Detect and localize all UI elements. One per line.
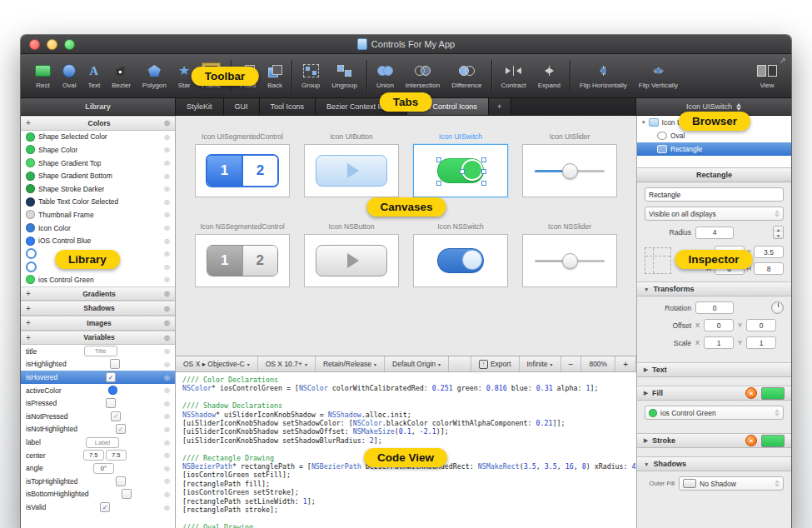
color-item[interactable]: Shape Gradient Top bbox=[21, 157, 175, 170]
canvas-tile[interactable] bbox=[304, 144, 399, 197]
path-handle[interactable] bbox=[481, 157, 486, 162]
shadow-dropdown[interactable]: No Shadow bbox=[679, 476, 784, 491]
shape-name-field[interactable]: Rectangle bbox=[645, 187, 784, 202]
os-version-menu[interactable]: OS X 10.7+ bbox=[258, 356, 316, 371]
add-icon[interactable]: + bbox=[26, 289, 34, 298]
tool-view[interactable]: View bbox=[751, 54, 783, 97]
variable-item[interactable]: titleTitle bbox=[21, 345, 175, 358]
target-icon[interactable] bbox=[164, 361, 170, 368]
tool-rect[interactable]: Rect bbox=[29, 54, 57, 97]
target-icon[interactable] bbox=[164, 426, 170, 433]
rotation-field[interactable]: 0 bbox=[695, 301, 734, 314]
add-tab-button[interactable]: + bbox=[489, 98, 511, 115]
canvas-tile[interactable] bbox=[522, 234, 617, 287]
variable-checkbox[interactable] bbox=[116, 476, 126, 486]
add-icon[interactable]: + bbox=[26, 304, 34, 313]
frame-height-field[interactable]: 8 bbox=[754, 262, 784, 275]
target-icon[interactable] bbox=[164, 319, 170, 326]
variable-item[interactable]: isBottomHighlighted bbox=[21, 488, 175, 501]
variable-item[interactable]: angle0° bbox=[21, 461, 175, 475]
target-icon[interactable] bbox=[164, 159, 170, 167]
visibility-dropdown[interactable]: Visible on all displays bbox=[645, 207, 784, 221]
variable-checkbox[interactable] bbox=[122, 489, 132, 499]
variable-value-field[interactable]: 7.5 bbox=[106, 450, 127, 461]
color-item[interactable]: Shape Color bbox=[21, 143, 175, 157]
canvas-tile[interactable]: 12 bbox=[195, 234, 290, 287]
variable-item[interactable]: labelLabel bbox=[21, 436, 175, 449]
tool-union[interactable]: Union bbox=[371, 54, 400, 97]
tool-contract[interactable]: Contract bbox=[496, 54, 532, 97]
target-icon[interactable] bbox=[164, 504, 170, 511]
zoom-window-button[interactable] bbox=[64, 39, 75, 50]
variable-value-field[interactable]: 0° bbox=[93, 463, 114, 474]
memory-management-menu[interactable]: Retain/Release bbox=[316, 356, 385, 371]
tab-gui[interactable]: GUI bbox=[224, 98, 260, 115]
gradients-section-header[interactable]: +Gradients bbox=[21, 286, 175, 301]
variable-item[interactable]: center7.57.5 bbox=[21, 449, 175, 462]
target-icon[interactable] bbox=[164, 439, 170, 446]
tool-flip-vertically[interactable]: Flip Vertically bbox=[633, 54, 684, 97]
tool-text[interactable]: Text bbox=[82, 54, 106, 97]
colors-section-header[interactable]: +Colors bbox=[21, 116, 175, 131]
target-icon[interactable] bbox=[164, 290, 170, 297]
zoom-out-button[interactable] bbox=[561, 356, 582, 371]
radius-stepper[interactable]: ▲▼ bbox=[773, 226, 784, 239]
tool-group[interactable]: Group bbox=[296, 54, 326, 97]
target-icon[interactable] bbox=[164, 347, 170, 355]
target-icon[interactable] bbox=[164, 412, 170, 420]
text-section-header[interactable]: Text bbox=[637, 362, 791, 377]
color-item[interactable]: Table Text Color Selected bbox=[21, 196, 175, 209]
target-icon[interactable] bbox=[164, 263, 170, 271]
offset-x-field[interactable]: 0 bbox=[704, 319, 734, 331]
add-icon[interactable]: + bbox=[26, 333, 34, 342]
target-icon[interactable] bbox=[164, 198, 170, 206]
target-icon[interactable] bbox=[164, 237, 170, 245]
shadows-section-header[interactable]: +Shadows bbox=[21, 301, 175, 316]
rotation-knob[interactable] bbox=[771, 301, 784, 314]
fill-color-dropdown[interactable]: ios Control Green bbox=[645, 406, 784, 420]
stroke-section-header[interactable]: Stroke bbox=[637, 433, 791, 448]
target-icon[interactable] bbox=[164, 465, 170, 472]
canvas-size-menu[interactable]: Infinite bbox=[520, 356, 561, 371]
target-icon[interactable] bbox=[164, 477, 170, 485]
target-icon[interactable] bbox=[164, 185, 170, 192]
canvas-tile[interactable] bbox=[522, 144, 617, 197]
zoom-in-button[interactable] bbox=[615, 356, 636, 371]
target-icon[interactable] bbox=[164, 119, 170, 127]
add-icon[interactable]: + bbox=[26, 318, 34, 327]
export-button[interactable]: Export bbox=[471, 356, 520, 371]
target-icon[interactable] bbox=[164, 491, 170, 498]
canvas-ns-segmented-control[interactable]: Icon NSSegmentedControl 12 bbox=[196, 222, 289, 287]
tab-stylekit[interactable]: StyleKit bbox=[176, 98, 224, 115]
minimize-window-button[interactable] bbox=[47, 39, 57, 50]
tool-difference[interactable]: Difference bbox=[446, 54, 487, 97]
tool-ungroup[interactable]: Ungroup bbox=[326, 54, 363, 97]
variable-value-field[interactable]: 7.5 bbox=[83, 450, 104, 461]
stroke-color-swatch[interactable] bbox=[761, 435, 785, 447]
path-handle[interactable] bbox=[481, 169, 486, 174]
browser-item-rectangle-selected[interactable]: Rectangle bbox=[637, 142, 791, 156]
tool-flip-horizontally[interactable]: Flip Horizontally bbox=[574, 54, 633, 97]
variables-section-header[interactable]: +Variables bbox=[21, 331, 175, 346]
target-icon[interactable] bbox=[164, 146, 170, 153]
variable-item[interactable]: isTopHighlighted bbox=[21, 475, 175, 488]
canvas-tile[interactable] bbox=[413, 144, 508, 197]
transforms-section-header[interactable]: Transforms bbox=[637, 281, 791, 296]
browser-item-oval[interactable]: Oval bbox=[637, 129, 791, 142]
tool-intersection[interactable]: Intersection bbox=[400, 54, 446, 97]
tab-tool-icons[interactable]: Tool Icons bbox=[260, 98, 316, 115]
origin-menu[interactable]: Default Origin bbox=[385, 356, 449, 371]
color-item[interactable]: Thumbnail Frame bbox=[21, 208, 175, 222]
tool-polygon[interactable]: Polygon bbox=[137, 54, 172, 97]
path-handle[interactable] bbox=[436, 181, 441, 186]
target-icon[interactable] bbox=[164, 386, 170, 394]
color-item[interactable]: ios Control Green bbox=[21, 273, 175, 286]
scale-x-field[interactable]: 1 bbox=[704, 336, 734, 349]
canvas-ui-switch-selected[interactable]: Icon UISwitch bbox=[414, 132, 507, 197]
variable-item-selected[interactable]: isHovered bbox=[21, 371, 175, 384]
target-icon[interactable] bbox=[164, 211, 170, 218]
variable-value-field[interactable]: Label bbox=[86, 437, 119, 448]
variable-item[interactable]: isNotPressed bbox=[21, 410, 175, 423]
scale-y-field[interactable]: 1 bbox=[746, 336, 776, 349]
canvas-tile[interactable]: 12 bbox=[195, 144, 290, 197]
